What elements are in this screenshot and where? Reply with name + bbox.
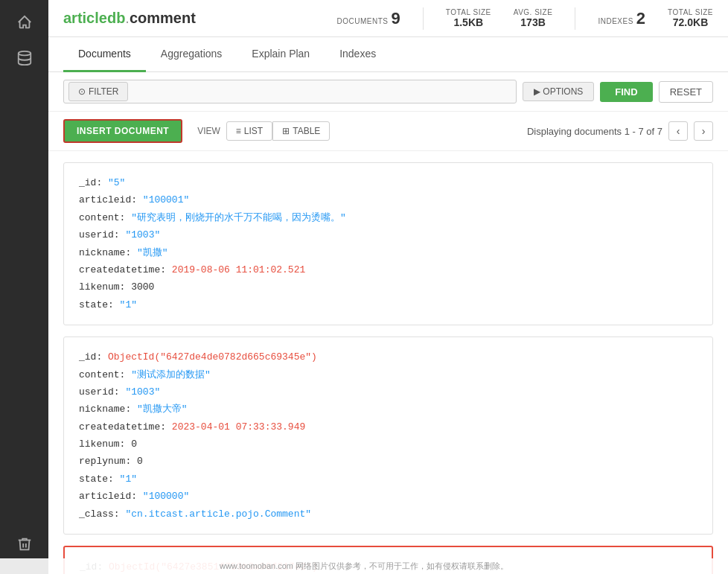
documents-list: _id: "5" articleid: "100001" content: "研… [48, 151, 728, 574]
field-replynum: replynum: 0 [79, 453, 697, 470]
field-content: content: "测试添加的数据" [79, 366, 697, 383]
doc-toolbar: INSERT DOCUMENT VIEW ≡ LIST ⊞ TABLE Disp… [48, 112, 728, 151]
header-stats: DOCUMENTS 9 TOTAL SIZE 1.5KB AVG. SIZE 1… [337, 7, 713, 30]
field-nickname: nickname: "凯撒大帝" [79, 401, 697, 418]
table-icon: ⊞ [282, 126, 290, 136]
tab-documents[interactable]: Documents [63, 37, 146, 72]
next-page-button[interactable]: › [694, 121, 713, 141]
indexes-stat: INDEXES 2 [598, 9, 645, 28]
prev-page-button[interactable]: ‹ [668, 121, 688, 141]
insert-document-button[interactable]: INSERT DOCUMENT [63, 119, 182, 143]
field-state: state: "1" [79, 296, 697, 313]
insert-doc-label: INSERT DOCUMENT [77, 126, 169, 136]
avg-size-label: AVG. SIZE [514, 8, 553, 16]
stat-divider-2 [575, 7, 575, 30]
total-size-stat: TOTAL SIZE 1.5KB [446, 8, 491, 28]
sidebar-db-icon[interactable] [10, 43, 39, 73]
filter-label: FILTER [89, 86, 118, 97]
tab-indexes[interactable]: Indexes [325, 37, 391, 72]
documents-stat: DOCUMENTS 9 [337, 9, 400, 28]
total-size-idx-label: TOTAL SIZE [668, 8, 713, 16]
filter-button[interactable]: ⊙ FILTER [68, 82, 128, 101]
db-name: articledb [63, 10, 125, 26]
field-nickname: nickname: "凯撒" [79, 244, 697, 261]
stat-divider-1 [423, 7, 424, 30]
tabs: Documents Aggregations Explain Plan Inde… [48, 37, 728, 72]
table-view-button[interactable]: ⊞ TABLE [272, 121, 330, 141]
field-articleid: articleid: "100001" [79, 191, 697, 208]
reset-label: RESET [670, 86, 702, 98]
db-collection-title: articledb.comment [63, 10, 196, 27]
field-likenum: likenum: 0 [79, 436, 697, 453]
avg-size-value: 173B [520, 16, 545, 28]
view-label: VIEW [197, 126, 220, 136]
field-createdatetime: createdatetime: 2023-04-01 07:33:33.949 [79, 418, 697, 436]
field-createdatetime: createdatetime: 2019-08-06 11:01:02.521 [79, 261, 697, 278]
field-userid: userid: "1003" [79, 383, 697, 401]
filter-toolbar: ⊙ FILTER ▶ OPTIONS FIND RESET [48, 72, 728, 112]
svg-point-0 [18, 51, 31, 56]
pagination: Displaying documents 1 - 7 of 7 ‹ › [527, 121, 713, 141]
total-size-idx-value: 72.0KB [673, 16, 708, 28]
filter-area[interactable]: ⊙ FILTER [63, 80, 517, 103]
total-size-label: TOTAL SIZE [446, 8, 491, 16]
document-card-2: _id: ObjectId("6427de4de0782d665c69345e"… [63, 337, 713, 535]
sidebar-trash-icon[interactable] [10, 529, 39, 559]
field-likenum: likenum: 3000 [79, 278, 697, 296]
pagination-text: Displaying documents 1 - 7 of 7 [527, 126, 662, 137]
avg-size-stat: AVG. SIZE 173B [514, 8, 553, 28]
field-content: content: "研究表明，刚烧开的水千万不能喝，因为烫嘴。" [79, 209, 697, 226]
collection-name: comment [130, 10, 196, 26]
reset-button[interactable]: RESET [659, 81, 713, 103]
tab-explain-plan[interactable]: Explain Plan [237, 37, 325, 72]
header: articledb.comment DOCUMENTS 9 TOTAL SIZE… [48, 0, 728, 37]
list-icon: ≡ [236, 126, 241, 136]
field-articleid: articleid: "100000" [79, 488, 697, 505]
tab-aggregations[interactable]: Aggregations [146, 37, 237, 72]
field-state: state: "1" [79, 471, 697, 488]
field-class: _class: "cn.itcast.article.pojo.Comment" [79, 506, 697, 523]
indexes-label: INDEXES [598, 17, 633, 25]
list-view-button[interactable]: ≡ LIST [226, 121, 272, 141]
total-size-idx-stat: TOTAL SIZE 72.0KB [668, 8, 713, 28]
indexes-count: 2 [636, 9, 645, 28]
list-label: LIST [244, 126, 263, 136]
filter-icon: ⊙ [78, 86, 86, 97]
main-content: articledb.comment DOCUMENTS 9 TOTAL SIZE… [48, 0, 728, 574]
docs-label: DOCUMENTS [337, 17, 389, 25]
table-label: TABLE [293, 126, 320, 136]
options-button[interactable]: ▶ OPTIONS [523, 82, 594, 101]
docs-count: 9 [392, 9, 400, 28]
filter-input[interactable] [128, 83, 511, 101]
sidebar [0, 0, 48, 574]
options-label: ▶ OPTIONS [534, 86, 583, 97]
total-size-value: 1.5KB [453, 16, 483, 28]
find-label: FIND [615, 86, 637, 98]
sidebar-home-icon[interactable] [10, 7, 39, 37]
document-card-1: _id: "5" articleid: "100001" content: "研… [63, 162, 713, 325]
find-button[interactable]: FIND [600, 82, 652, 102]
field-userid: userid: "1003" [79, 226, 697, 243]
field-id: _id: "5" [79, 174, 697, 191]
field-id: _id: ObjectId("6427de4de0782d665c69345e"… [79, 348, 697, 366]
watermark: www.toomoban.com 网络图片仅供参考，不可用于工作，如有侵权请联系… [0, 558, 728, 574]
